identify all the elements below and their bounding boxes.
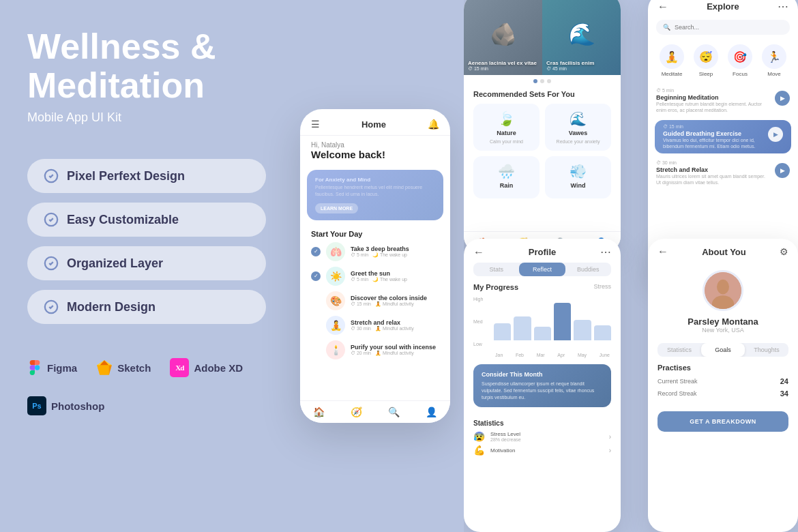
meditation-item-2: ⏱ 15 min Guided Breathing Exercise Vivam…: [655, 120, 791, 153]
about-title: About You: [702, 247, 746, 257]
greeting-small: Hi, Natalya: [311, 141, 439, 149]
main-title: Wellness & Meditation: [27, 27, 266, 105]
phone-header: ☰ Home 🔔: [300, 109, 450, 136]
activity-icon-1: 🫁: [326, 242, 345, 261]
tab-buddies[interactable]: Buddies: [565, 263, 611, 276]
dot-3: [547, 79, 551, 83]
phone-bottom-nav: 🏠 🧭 🔍 👤: [300, 400, 450, 423]
check-dot-2: ✓: [311, 271, 321, 281]
set-item-vawes[interactable]: 🌊 Vawes Reduce your anxiety: [545, 104, 611, 151]
feature-label-4: Modern Design: [67, 300, 156, 314]
hamburger-icon[interactable]: ☰: [311, 119, 320, 130]
record-streak-label: Record Streak: [657, 390, 697, 397]
bar-june: [594, 325, 611, 340]
compass-nav-icon[interactable]: 🧭: [351, 407, 362, 417]
current-streak-value: 24: [780, 377, 788, 385]
svg-point-12: [717, 280, 729, 295]
home-nav-icon[interactable]: 🏠: [313, 407, 325, 417]
consider-desc: Suspendisse ullamcorper ipsum et neque b…: [482, 381, 603, 400]
tab-stats[interactable]: Stats: [473, 263, 519, 276]
profile-title: Profile: [529, 247, 556, 257]
start-day-title: Start Your Day: [311, 230, 439, 238]
activity-meta-3: ⏱ 15 min🧘 Mindful activity: [351, 301, 439, 307]
xd-label: Adobe XD: [194, 362, 243, 374]
stat-name-motivation: Motivation: [490, 447, 604, 454]
search-nav-icon[interactable]: 🔍: [388, 407, 400, 417]
meditation-item-3: ⏱ 30 min Stretch and Relax Mauris ultric…: [648, 156, 798, 190]
bell-icon[interactable]: 🔔: [428, 119, 439, 130]
set-duration-1: ⏱ 15 min: [468, 66, 538, 71]
explore-more-icon[interactable]: ⋯: [778, 0, 788, 13]
explore-back-icon[interactable]: ←: [657, 1, 668, 13]
card-tag: For Anxiety and Mind: [315, 177, 435, 183]
explore-search-bar[interactable]: 🔍: [656, 20, 790, 35]
practise-row-record: Record Streak 34: [657, 389, 788, 398]
activity-item-3: 🎨 Discover the colors inside ⏱ 15 min🧘 M…: [311, 291, 439, 310]
category-move[interactable]: 🏃 Move: [762, 44, 786, 77]
ps-label: Photoshop: [51, 400, 104, 412]
about-back-icon[interactable]: ←: [657, 246, 668, 258]
bar-apr: [554, 303, 571, 340]
activity-meta-5: ⏱ 20 min🧘 Mindful activity: [351, 351, 439, 356]
card-desc: Pellentesque hendrerit metus vel elit mi…: [315, 184, 435, 198]
set-item-sub-vawes: Reduce your anxiety: [557, 139, 600, 144]
profile-back-icon[interactable]: ←: [473, 246, 484, 258]
about-tab-thoughts[interactable]: Thoughts: [745, 343, 788, 357]
category-meditate[interactable]: 🧘 Meditate: [660, 44, 684, 77]
figma-label: Figma: [47, 362, 77, 374]
med-title-1: Beginning Meditation: [656, 94, 769, 101]
set-item-nature[interactable]: 🍃 Nature Calm your mind: [473, 104, 540, 151]
set-item-name-vawes: Vawes: [569, 130, 588, 136]
breakdown-button[interactable]: GET A BREAKDOWN: [657, 411, 788, 432]
nature-icon: 🍃: [498, 110, 515, 127]
explore-search-icon: 🔍: [663, 24, 670, 31]
stats-section: Statistics 😰 Stress Level 28% decrease ›…: [464, 414, 621, 456]
activity-meta-1: ⏱ 5 min🌙 The wake up: [351, 252, 439, 258]
record-streak-value: 34: [780, 389, 788, 398]
sets-images: 🪨 Aenean lacinia vel ex vitae ⏱ 15 min 🌊…: [464, 0, 621, 75]
sleep-label: Sleep: [699, 71, 713, 77]
activity-item-2: ✓ ☀️ Greet the sun ⏱ 5 min🌙 The wake up: [311, 267, 439, 286]
feature-item-2: Easy Customizable: [27, 203, 266, 237]
feature-label-3: Organized Layer: [67, 256, 163, 271]
about-settings-icon[interactable]: ⚙: [780, 246, 788, 257]
med-desc-1: Pellentesque rutrum blandit begin elemen…: [656, 101, 769, 113]
profile-more-icon[interactable]: ⋯: [600, 246, 611, 258]
set-item-wind[interactable]: 💨 Wind: [545, 156, 611, 198]
stress-label: Stress: [593, 283, 611, 291]
meditate-label: Meditate: [662, 71, 683, 77]
dot-2: [540, 79, 544, 83]
activity-meta-4: ⏱ 30 min🧘 Mindful activity: [351, 326, 439, 331]
avatar-svg: [705, 270, 741, 311]
profile-nav-icon[interactable]: 👤: [426, 407, 437, 417]
play-btn-1[interactable]: ▶: [775, 91, 790, 106]
bar-jan: [494, 323, 511, 340]
figma-icon: [27, 360, 42, 375]
about-tab-goals[interactable]: Goals: [701, 343, 745, 357]
stat-arrow-motivation[interactable]: ›: [609, 447, 611, 454]
play-btn-3[interactable]: ▶: [775, 163, 790, 178]
learn-more-button[interactable]: LEARN MORE: [315, 203, 358, 213]
category-focus[interactable]: 🎯 Focus: [728, 44, 752, 77]
avatar: [703, 270, 743, 311]
feature-item-3: Organized Layer: [27, 246, 266, 280]
med-time-2: ⏱ 15 min: [663, 124, 763, 129]
activity-icon-4: 🧘: [326, 316, 345, 335]
about-name: Parsley Montana: [688, 316, 758, 327]
feature-label-1: Pixel Perfext Design: [67, 169, 185, 183]
motivation-icon: 💪: [473, 445, 485, 456]
category-sleep[interactable]: 😴 Sleep: [694, 44, 718, 77]
stat-arrow-stress[interactable]: ›: [609, 433, 611, 441]
activity-item-1: ✓ 🫁 Take 3 deep breaths ⏱ 5 min🌙 The wak…: [311, 242, 439, 261]
consider-title: Consider This Month: [482, 371, 603, 378]
activity-name-5: Purify your soul with incense: [351, 344, 439, 351]
med-time-3: ⏱ 30 min: [656, 160, 769, 165]
play-btn-2[interactable]: ▶: [768, 127, 783, 142]
explore-search-input[interactable]: [675, 24, 783, 31]
set-item-rain[interactable]: 🌧️ Rain: [473, 156, 540, 198]
practises-section: Practises Current Streak 24 Record Strea…: [648, 364, 798, 398]
tab-reflect[interactable]: Reflect: [519, 263, 565, 276]
about-tab-statistics[interactable]: Statistics: [657, 343, 701, 357]
check-icon-2: [44, 212, 59, 227]
meditate-circle: 🧘: [660, 44, 684, 69]
